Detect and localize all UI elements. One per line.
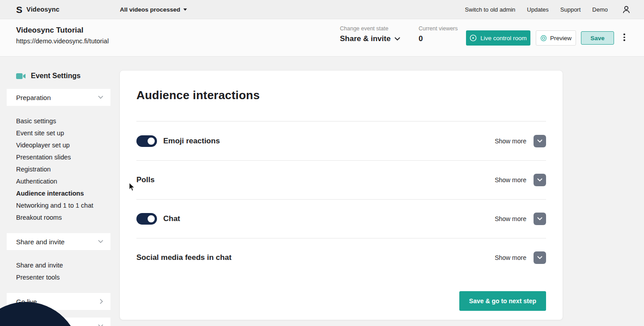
save-button[interactable]: Save xyxy=(581,31,614,45)
sidebar-item-presenter-tools[interactable]: Presenter tools xyxy=(16,272,117,284)
event-state-label: Change event state xyxy=(340,25,400,32)
section-preparation-label: Preparation xyxy=(16,94,51,101)
expand-polls-button[interactable] xyxy=(534,174,546,186)
event-title-block: Videosync Tutorial https://demo.videosyn… xyxy=(16,26,109,45)
link-support[interactable]: Support xyxy=(560,6,581,13)
feature-row-social-media-feeds: Social media feeds in chat Show more xyxy=(136,238,546,277)
live-control-room-button[interactable]: Live control room xyxy=(466,30,530,46)
page-title: Audience interactions xyxy=(136,88,546,102)
chevron-down-icon xyxy=(537,217,542,221)
chevron-down-icon xyxy=(98,240,103,243)
chevron-down-icon xyxy=(98,96,103,99)
feature-label: Emoji reactions xyxy=(163,137,220,146)
video-camera-icon xyxy=(16,73,26,79)
sidebar-item-share-and-invite[interactable]: Share and invite xyxy=(16,259,117,272)
brand-name: Videosync xyxy=(26,6,59,13)
section-share-and-invite[interactable]: Share and invite xyxy=(7,233,110,250)
chevron-down-icon xyxy=(394,37,400,41)
sidebar-item-basic-settings[interactable]: Basic settings xyxy=(16,115,117,127)
caret-down-icon xyxy=(183,8,187,11)
brand[interactable]: S Videosync xyxy=(16,5,59,14)
expand-social-media-button[interactable] xyxy=(534,251,546,264)
user-account-icon[interactable] xyxy=(622,5,631,14)
current-viewers-block: Current viewers 0 xyxy=(419,25,458,43)
videos-processed-label: All videos processed xyxy=(120,6,180,13)
sidebar-item-networking[interactable]: Networking and 1 to 1 chat xyxy=(16,200,117,212)
event-state-block: Change event state Share & invite xyxy=(340,25,400,43)
sidebar-item-registration[interactable]: Registration xyxy=(16,163,117,176)
audience-interactions-panel: Audience interactions Emoji reactions Sh… xyxy=(119,70,563,320)
feature-label: Polls xyxy=(136,176,155,184)
videosync-logo-icon: S xyxy=(16,5,22,14)
event-title: Videosync Tutorial xyxy=(16,26,109,35)
settings-sidebar: Event Settings Preparation Basic setting… xyxy=(0,57,117,326)
link-updates[interactable]: Updates xyxy=(527,6,548,13)
chevron-right-icon xyxy=(100,299,103,304)
preparation-items: Basic settings Event site set up Videopl… xyxy=(0,106,117,233)
topbar-links: Switch to old admin Updates Support Demo xyxy=(465,5,644,14)
sidebar-item-authentication[interactable]: Authentication xyxy=(16,176,117,188)
toggle-knob xyxy=(146,136,156,146)
show-more-link[interactable]: Show more xyxy=(495,138,526,145)
event-header: Videosync Tutorial https://demo.videosyn… xyxy=(0,19,644,57)
link-demo[interactable]: Demo xyxy=(592,6,608,13)
sidebar-item-audience-interactions[interactable]: Audience interactions xyxy=(16,188,117,200)
show-more-link[interactable]: Show more xyxy=(495,254,526,261)
chevron-down-icon xyxy=(537,139,542,143)
more-options-menu-icon[interactable] xyxy=(622,33,627,42)
chevron-down-icon xyxy=(98,324,103,326)
preview-label: Preview xyxy=(550,35,572,42)
preview-button[interactable]: Preview xyxy=(536,30,576,46)
feature-label: Chat xyxy=(163,214,180,223)
sidebar-title: Event Settings xyxy=(16,72,117,80)
feature-row-chat: Chat Show more xyxy=(136,199,546,238)
videos-processed-dropdown[interactable]: All videos processed xyxy=(120,6,187,13)
section-share-label: Share and invite xyxy=(16,238,64,246)
chat-toggle[interactable] xyxy=(136,213,157,225)
expand-chat-button[interactable] xyxy=(534,213,546,225)
top-bar: S Videosync All videos processed Switch … xyxy=(0,0,644,19)
sidebar-item-event-site-set-up[interactable]: Event site set up xyxy=(16,127,117,139)
feature-label: Social media feeds in chat xyxy=(136,253,232,262)
live-control-room-label: Live control room xyxy=(480,35,527,42)
emoji-reactions-toggle[interactable] xyxy=(136,135,157,147)
event-url-link[interactable]: https://demo.videosync.fi/tutorial xyxy=(16,38,109,45)
save-and-next-step-button[interactable]: Save & go to next step xyxy=(459,291,546,311)
sidebar-item-presentation-slides[interactable]: Presentation slides xyxy=(16,151,117,163)
link-switch-old-admin[interactable]: Switch to old admin xyxy=(465,6,516,13)
feature-row-polls: Polls Show more xyxy=(136,160,546,199)
toggle-knob xyxy=(146,214,156,224)
play-circle-icon xyxy=(470,34,477,42)
expand-emoji-reactions-button[interactable] xyxy=(534,135,546,147)
section-preparation[interactable]: Preparation xyxy=(7,89,110,106)
current-viewers-label: Current viewers xyxy=(419,25,458,32)
current-viewers-count: 0 xyxy=(419,34,458,43)
share-items: Share and invite Presenter tools xyxy=(0,250,117,293)
chevron-down-icon xyxy=(537,178,542,182)
sidebar-item-breakout-rooms[interactable]: Breakout rooms xyxy=(16,212,117,224)
event-state-value: Share & invite xyxy=(340,34,390,43)
show-more-link[interactable]: Show more xyxy=(495,215,526,222)
show-more-link[interactable]: Show more xyxy=(495,176,526,184)
eye-icon xyxy=(540,35,547,42)
chevron-down-icon xyxy=(537,256,542,259)
event-state-dropdown[interactable]: Share & invite xyxy=(340,34,400,43)
sidebar-item-videoplayer-set-up[interactable]: Videoplayer set up xyxy=(16,139,117,151)
sidebar-title-label: Event Settings xyxy=(31,72,80,80)
feature-row-emoji-reactions: Emoji reactions Show more xyxy=(136,121,546,160)
